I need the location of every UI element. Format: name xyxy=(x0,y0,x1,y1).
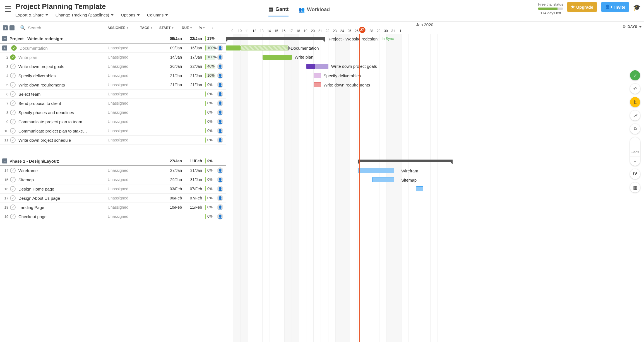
assignee-cell[interactable]: Unassigned xyxy=(108,83,132,87)
column-tags[interactable]: TAGS▾ xyxy=(128,25,152,31)
summary-bar[interactable] xyxy=(226,37,325,40)
assignee-cell[interactable]: Unassigned xyxy=(108,214,132,219)
assignee-cell[interactable]: Unassigned xyxy=(108,129,132,133)
task-row[interactable]: 15 ✓ Sitemap Unassigned 29/Jan 31/Jan 0%… xyxy=(0,175,226,184)
assignee-cell[interactable]: Unassigned xyxy=(108,177,132,182)
status-circle[interactable]: ✓ xyxy=(10,100,16,106)
undo-button[interactable]: ↶ xyxy=(630,84,640,94)
summary-bar[interactable] xyxy=(358,160,453,162)
status-circle[interactable]: ✓ xyxy=(10,91,16,97)
task-row[interactable]: 14 ✓ Wireframe Unassigned 27/Jan 31/Jan … xyxy=(0,166,226,175)
sync-status-button[interactable]: ✓ xyxy=(630,70,640,80)
sort-button[interactable]: ⇅ xyxy=(630,97,640,107)
status-circle[interactable]: ✓ xyxy=(10,195,16,201)
status-circle[interactable]: ✓ xyxy=(10,204,16,210)
search-input[interactable] xyxy=(28,25,81,30)
assignee-cell[interactable]: Unassigned xyxy=(108,168,132,173)
assignee-avatar[interactable]: 👤 xyxy=(217,109,223,115)
assignee-cell[interactable]: Unassigned xyxy=(108,55,132,59)
task-row[interactable]: 6 ✓ Select team Unassigned 0% 👤 xyxy=(0,90,226,99)
assignee-avatar[interactable]: 👤 xyxy=(217,119,223,125)
subnav-item[interactable]: Export & Share xyxy=(15,13,48,17)
map-button[interactable]: 🗺 xyxy=(630,169,640,179)
gantt-bar[interactable] xyxy=(372,177,394,182)
assignee-cell[interactable]: Unassigned xyxy=(108,196,132,200)
gantt-bar[interactable]: Documentation xyxy=(241,45,288,50)
status-circle[interactable]: ✓ xyxy=(10,119,16,124)
status-circle[interactable]: ✓ xyxy=(10,186,16,192)
tab-gantt[interactable]: ▤ Gantt xyxy=(268,6,289,16)
zoom-in-button[interactable]: + xyxy=(630,137,640,147)
assignee-avatar[interactable]: 👤 xyxy=(217,45,223,51)
menu-icon[interactable]: ☰ xyxy=(3,2,15,14)
zoom-level[interactable]: 100% xyxy=(630,147,640,156)
status-circle[interactable]: ✓ xyxy=(10,128,16,134)
task-row[interactable]: 2 ✓ Write plan Unassigned 14/Jan 17/Jan … xyxy=(0,53,226,62)
status-circle[interactable]: ✓ xyxy=(10,64,16,69)
assignee-avatar[interactable]: 👤 xyxy=(217,63,223,69)
status-circle[interactable]: ✓ xyxy=(10,73,16,78)
today-marker[interactable]: 27 xyxy=(359,27,365,33)
subnav-item[interactable]: Columns xyxy=(147,13,168,17)
assignee-cell[interactable]: Unassigned xyxy=(108,138,132,142)
upgrade-button[interactable]: ★ Upgrade xyxy=(567,2,597,12)
task-row[interactable]: 4 ✓ Specify deliverables Unassigned 21/J… xyxy=(0,71,226,80)
invite-button[interactable]: 👤+ Invite xyxy=(601,2,629,12)
assignee-avatar[interactable]: 👤 xyxy=(217,91,223,97)
assignee-avatar[interactable]: 👤 xyxy=(217,73,223,79)
collapse-toggle[interactable]: − xyxy=(2,158,7,163)
group-row[interactable]: − Phase 1 - Design/Layout: 27/Jan 11/Feb… xyxy=(0,156,226,166)
collapse-toggle[interactable]: − xyxy=(2,36,7,41)
assignee-avatar[interactable]: 👤 xyxy=(217,195,223,201)
gantt-bar[interactable] xyxy=(226,45,241,50)
status-circle[interactable]: ✓ xyxy=(10,137,16,143)
gantt-bar[interactable]: Write down requirements xyxy=(314,82,321,87)
column-assignee[interactable]: ASSIGNEE▾ xyxy=(106,25,128,31)
branch-button[interactable]: ⎇ xyxy=(630,110,640,121)
expand-all-button[interactable]: + xyxy=(3,25,8,30)
task-row[interactable]: + ✓ Documentation Unassigned 09/Jan 16/J… xyxy=(0,44,226,53)
task-row[interactable]: 8 ✓ Specify phases and deadlines Unassig… xyxy=(0,108,226,117)
assignee-cell[interactable]: Unassigned xyxy=(108,64,132,69)
assignee-avatar[interactable]: 👤 xyxy=(217,167,223,174)
assignee-avatar[interactable]: 👤 xyxy=(217,54,223,60)
gantt-bar[interactable]: Specify deliverables xyxy=(314,73,321,78)
status-circle[interactable]: ✓ xyxy=(10,82,16,88)
assignee-avatar[interactable]: 👤 xyxy=(217,128,223,134)
status-done-icon[interactable]: ✓ xyxy=(10,54,16,60)
gantt-bar[interactable] xyxy=(416,186,423,191)
copy-button[interactable]: ⧉ xyxy=(630,124,640,134)
status-circle[interactable]: ✓ xyxy=(10,177,16,182)
column-percent[interactable]: %▾ xyxy=(192,25,205,31)
assignee-cell[interactable]: Unassigned xyxy=(108,101,132,105)
task-row[interactable]: 10 ✓ Communicate project plan to stake… … xyxy=(0,126,226,136)
subnav-item[interactable]: Options xyxy=(121,13,140,17)
collapse-all-button[interactable]: − xyxy=(9,25,15,30)
assignee-cell[interactable]: Unassigned xyxy=(108,92,132,96)
task-row[interactable]: 11 ✓ Write down project schedule Unassig… xyxy=(0,136,226,145)
help-icon[interactable]: 🎓 xyxy=(633,2,641,11)
gantt-bar[interactable]: Write plan xyxy=(263,55,292,60)
task-row[interactable]: 9 ✓ Communicate project plan to team Una… xyxy=(0,117,226,126)
assignee-avatar[interactable]: 👤 xyxy=(217,177,223,183)
subnav-item[interactable]: Change Tracking (Baselines) xyxy=(56,13,114,17)
group-row[interactable]: − Project - Website redesign: 09/Jan 22/… xyxy=(0,34,226,44)
assignee-avatar[interactable]: 👤 xyxy=(217,100,223,106)
tab-workload[interactable]: 👥 Workload xyxy=(299,6,330,16)
status-circle[interactable]: ✓ xyxy=(10,168,16,173)
task-row[interactable]: 19 ✓ Checkout page Unassigned 0% 👤 xyxy=(0,212,226,221)
task-row[interactable]: 18 ✓ Landing Page Unassigned 10/Feb 11/F… xyxy=(0,203,226,212)
assignee-cell[interactable]: Unassigned xyxy=(108,205,132,209)
task-row[interactable]: 3 ✓ Write down project goals Unassigned … xyxy=(0,62,226,71)
status-done-icon[interactable]: ✓ xyxy=(11,45,17,51)
assignee-avatar[interactable]: 👤 xyxy=(217,82,223,88)
details-button[interactable]: ▦ xyxy=(630,182,640,192)
gantt-bar[interactable] xyxy=(306,64,315,69)
status-circle[interactable]: ✓ xyxy=(10,110,16,115)
gantt-bar[interactable] xyxy=(358,168,394,173)
task-row[interactable]: 17 ✓ Design About Us page Unassigned 06/… xyxy=(0,194,226,203)
add-subtask-button[interactable]: + xyxy=(2,45,7,50)
assignee-avatar[interactable]: 👤 xyxy=(217,186,223,192)
column-start[interactable]: START▾ xyxy=(152,25,174,31)
assignee-cell[interactable]: Unassigned xyxy=(108,110,132,115)
